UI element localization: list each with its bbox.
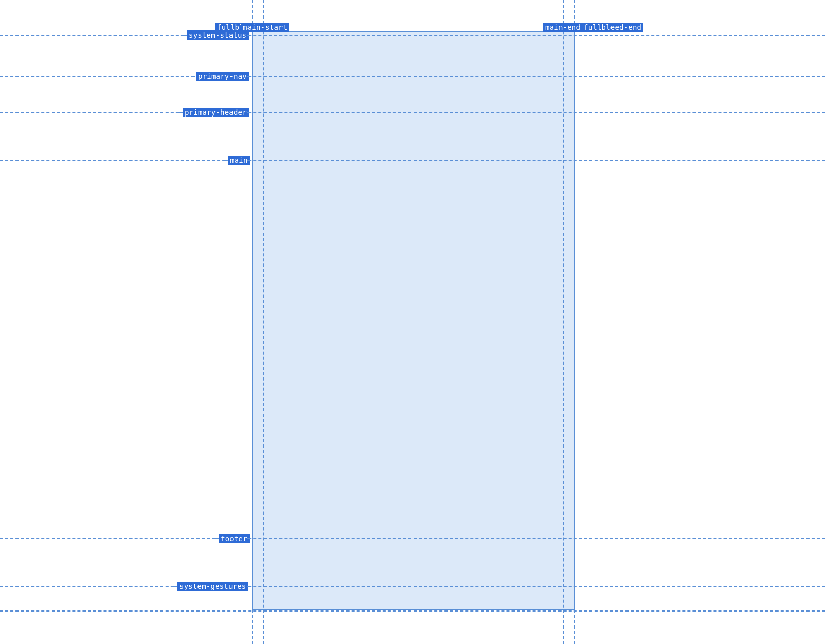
tick-right-main: [248, 160, 251, 161]
vline-fullbleed-end: [574, 0, 575, 644]
tick-left-footer: [214, 538, 218, 539]
column-label-fullbleed-end: fullbleed-end: [582, 23, 644, 32]
hline-system-gestures: [0, 586, 825, 587]
grid-layout-diagram: fullbleed-start main-start main-end full…: [0, 0, 825, 644]
column-label-main-end: main-end: [543, 23, 583, 32]
row-label-primary-header: primary-header: [183, 108, 249, 117]
row-label-primary-nav: primary-nav: [196, 72, 249, 81]
viewport-rect: [252, 31, 575, 610]
tick-left-system-gestures: [173, 586, 176, 587]
tick-left-primary-header: [178, 112, 182, 113]
hline-main: [0, 160, 825, 161]
tick-right-footer: [248, 538, 251, 539]
hline-system-status: [0, 35, 825, 36]
column-label-main-start: main-start: [241, 23, 289, 32]
vline-fullbleed-start: [252, 0, 253, 644]
row-label-system-gestures: system-gestures: [177, 582, 248, 591]
tick-right-primary-nav: [248, 76, 251, 77]
hline-footer: [0, 538, 825, 539]
vline-main-start: [263, 0, 264, 644]
tick-left-main: [224, 160, 227, 161]
hline-bottom: [0, 610, 825, 612]
row-label-main: main: [228, 156, 250, 165]
tick-left-primary-nav: [192, 76, 195, 77]
tick-right-system-gestures: [248, 586, 251, 587]
hline-primary-nav: [0, 76, 825, 77]
tick-right-system-status: [248, 35, 251, 36]
tick-left-system-status: [183, 35, 186, 36]
vline-main-end: [563, 0, 564, 644]
tick-right-primary-header: [248, 112, 251, 113]
row-label-footer: footer: [219, 534, 250, 543]
hline-primary-header: [0, 112, 825, 113]
